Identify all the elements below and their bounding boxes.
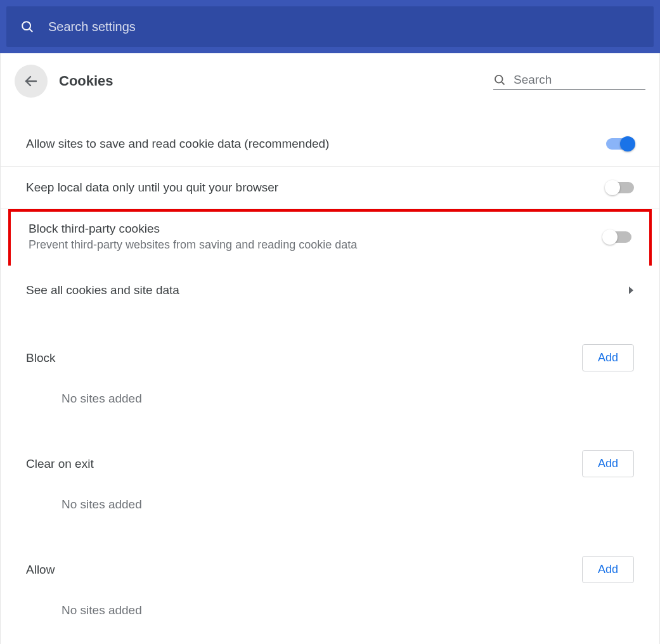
option-label: Block third-party cookies [29,222,604,236]
top-search-box[interactable] [6,6,654,47]
settings-content: Cookies Allow sites to save and read coo… [0,53,660,644]
arrow-left-icon [23,74,39,89]
svg-line-1 [30,29,33,32]
option-label: Keep local data only until you quit your… [26,181,606,195]
chevron-right-icon [628,286,634,295]
top-search-input[interactable] [48,20,640,34]
section-allow: Allow Add [1,534,659,592]
page-header: Cookies [1,53,659,118]
search-icon [20,20,34,34]
page-title: Cookies [59,73,493,89]
section-title: Block [26,351,582,365]
toggle-block-third-party[interactable] [604,231,631,243]
section-clear-on-exit: Clear on exit Add [1,428,659,486]
toggle-knob [620,136,635,151]
add-clear-on-exit-button[interactable]: Add [582,450,634,477]
toggle-allow-cookies[interactable] [606,138,634,150]
search-icon [493,74,506,86]
option-label: See all cookies and site data [26,283,628,297]
svg-point-0 [22,22,30,30]
section-title: Clear on exit [26,457,582,471]
inline-search-input[interactable] [514,73,645,87]
toggle-keep-local[interactable] [606,182,634,193]
toggle-knob [602,229,618,245]
option-label: Allow sites to save and read cookie data… [26,137,606,151]
back-button[interactable] [15,65,48,98]
add-block-button[interactable]: Add [582,344,634,371]
svg-marker-5 [629,287,633,294]
option-subtitle: Prevent third-party websites from saving… [29,238,604,252]
option-see-all-cookies[interactable]: See all cookies and site data [1,266,659,315]
svg-point-3 [495,75,503,82]
top-search-bar [0,0,660,53]
option-keep-local: Keep local data only until you quit your… [1,167,659,209]
section-title: Allow [26,563,582,577]
toggle-knob [605,180,620,195]
inline-search[interactable] [493,73,645,90]
section-block: Block Add [1,323,659,380]
svg-line-4 [501,82,504,84]
option-allow-cookies: Allow sites to save and read cookie data… [1,126,659,167]
add-allow-button[interactable]: Add [582,556,634,583]
option-block-third-party: Block third-party cookies Prevent third-… [8,209,652,266]
allow-empty: No sites added [1,592,659,640]
clear-on-exit-empty: No sites added [1,486,659,534]
block-empty: No sites added [1,380,659,428]
